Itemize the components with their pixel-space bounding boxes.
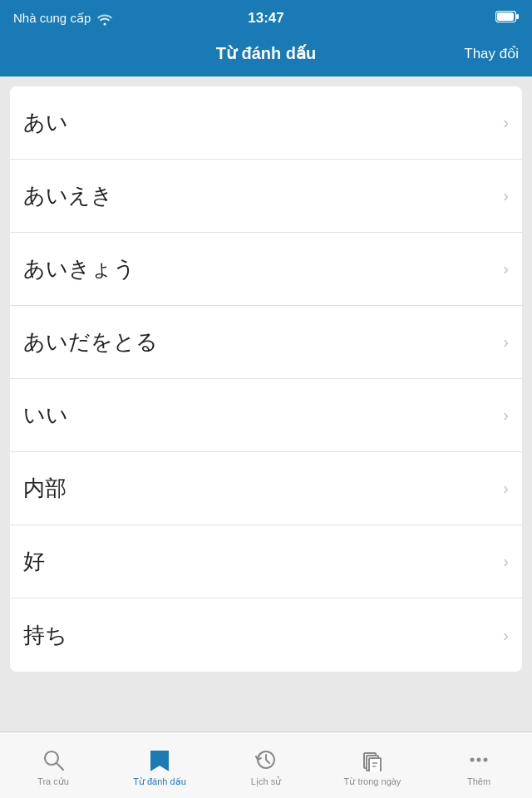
svg-rect-10 [369, 758, 381, 771]
list-item-text: あいだをとる [23, 328, 158, 357]
list-item[interactable]: あい › [10, 86, 522, 160]
tab-search[interactable]: Tra cứu [0, 732, 106, 795]
list-item[interactable]: 持ち › [10, 598, 522, 672]
svg-point-14 [477, 757, 481, 761]
content-area: あい › あいえき › あいきょう › あいだをとる › いい › 内部 › 好… [0, 76, 532, 732]
list-item[interactable]: あいきょう › [10, 233, 522, 306]
svg-point-15 [484, 757, 488, 761]
list-item-text: 内部 [23, 474, 66, 503]
tab-daily-label: Từ trong ngày [344, 776, 401, 787]
battery-icon [495, 11, 519, 26]
wifi-icon [97, 11, 112, 25]
status-time: 13:47 [248, 10, 283, 27]
status-bar: Nhà cung cấp 13:47 [0, 0, 532, 33]
chevron-right-icon: › [503, 552, 509, 571]
list-item[interactable]: 好 › [10, 525, 522, 598]
list-item[interactable]: あいえき › [10, 160, 522, 233]
list-item-text: 持ち [23, 621, 67, 650]
chevron-right-icon: › [503, 332, 509, 352]
list-item[interactable]: いい › [10, 379, 522, 452]
tab-daily[interactable]: Từ trong ngày [319, 732, 426, 795]
status-left: Nhà cung cấp [13, 11, 112, 26]
tab-more[interactable]: Thêm [426, 732, 532, 795]
tab-more-label: Thêm [467, 776, 490, 787]
list-item[interactable]: あいだをとる › [10, 306, 522, 379]
svg-rect-1 [516, 14, 519, 19]
tab-bookmarks[interactable]: Từ đánh dấu [106, 732, 213, 795]
tab-bar: Tra cứu Từ đánh dấu Lịch sử [0, 732, 532, 798]
list-item-text: いい [23, 401, 68, 430]
chevron-right-icon: › [503, 186, 509, 205]
chevron-right-icon: › [503, 479, 509, 498]
nav-bar: Từ đánh dấu Thay đổi [0, 33, 532, 76]
chevron-right-icon: › [503, 626, 509, 645]
nav-title: Từ đánh dấu [216, 43, 317, 63]
search-icon [42, 746, 65, 773]
tab-bookmarks-label: Từ đánh dấu [133, 776, 186, 787]
svg-line-4 [57, 763, 63, 770]
tab-history[interactable]: Lịch sử [213, 732, 319, 795]
carrier-label: Nhà cung cấp [13, 11, 91, 26]
bookmarks-icon [148, 746, 171, 773]
list-item-text: あいきょう [23, 254, 135, 283]
list-item-text: あい [23, 108, 68, 137]
list-item-text: 好 [23, 547, 45, 576]
more-icon [467, 746, 490, 773]
bookmarks-list: あい › あいえき › あいきょう › あいだをとる › いい › 内部 › 好… [10, 86, 522, 672]
svg-point-13 [470, 757, 475, 761]
svg-rect-2 [497, 12, 514, 21]
list-item-text: あいえき [23, 181, 113, 210]
chevron-right-icon: › [503, 113, 509, 132]
history-icon [254, 746, 278, 773]
chevron-right-icon: › [503, 406, 509, 425]
tab-history-label: Lịch sử [251, 776, 281, 787]
daily-icon [361, 746, 384, 773]
nav-action-button[interactable]: Thay đổi [464, 45, 519, 62]
list-item[interactable]: 内部 › [10, 452, 522, 525]
chevron-right-icon: › [503, 259, 509, 278]
tab-search-label: Tra cứu [37, 776, 69, 787]
